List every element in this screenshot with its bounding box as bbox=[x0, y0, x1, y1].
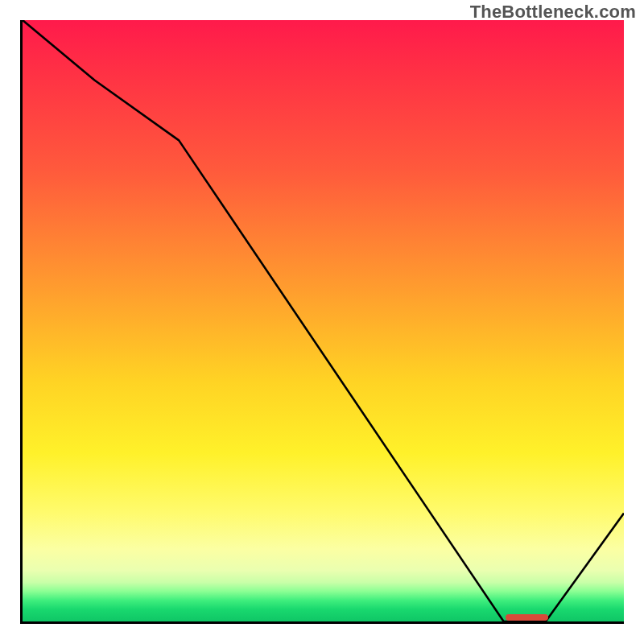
curve-path bbox=[23, 20, 624, 621]
chart-container: TheBottleneck.com bbox=[0, 0, 644, 644]
plot-area bbox=[20, 20, 624, 624]
optimal-range-marker bbox=[506, 614, 548, 621]
bottleneck-curve bbox=[23, 20, 624, 621]
